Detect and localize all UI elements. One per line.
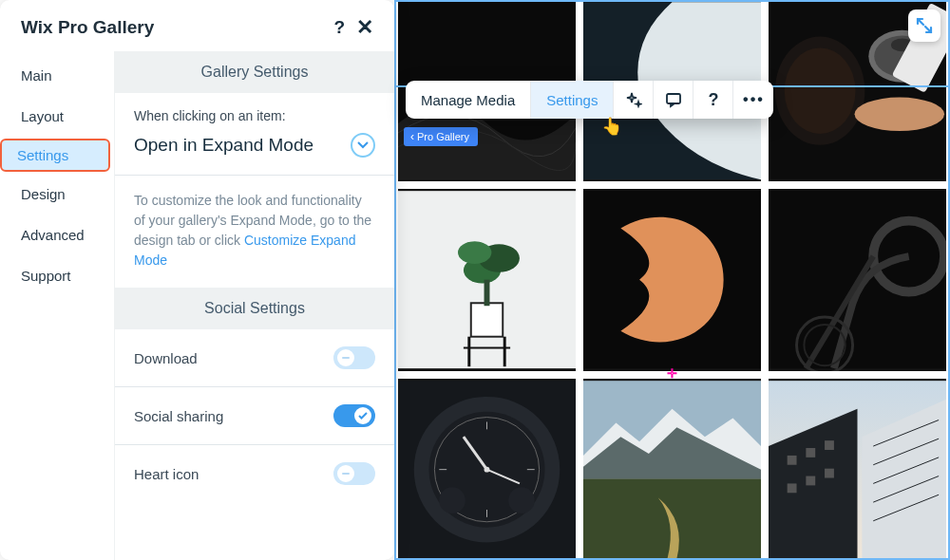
click-action-value: Open in Expand Mode [134,135,314,156]
social-sharing-toggle[interactable] [333,404,375,427]
manage-media-button[interactable]: Manage Media [406,81,531,119]
svg-rect-11 [471,304,503,337]
svg-rect-48 [806,448,815,457]
gallery-tile[interactable] [398,189,576,370]
gallery-settings-header: Gallery Settings [115,51,394,93]
heart-icon-toggle[interactable] [333,462,375,485]
sidebar-item-layout[interactable]: Layout [4,100,110,133]
sidebar-item-support[interactable]: Support [4,259,110,292]
panel-sidebar: Main Layout Settings Design Advanced Sup… [0,51,114,560]
breadcrumb-pro-gallery[interactable]: Pro Gallery [404,127,478,146]
gallery-canvas: ✛ Manage Media Settings ? ••• 👆 Pro Gal [394,0,950,560]
gallery-tile[interactable] [769,379,946,560]
svg-rect-47 [788,456,797,465]
panel-header: Wix Pro Gallery ? ✕ [0,0,394,51]
sidebar-item-settings[interactable]: Settings [2,140,108,170]
download-label: Download [134,350,198,366]
heart-icon-row: Heart icon [115,445,394,502]
svg-rect-51 [806,476,815,485]
close-icon[interactable]: ✕ [356,21,373,33]
sidebar-item-main[interactable]: Main [4,59,110,92]
download-row: Download [115,329,394,386]
svg-point-34 [484,466,490,472]
svg-point-17 [458,242,491,265]
panel-content: Gallery Settings When clicking on an ite… [114,51,394,560]
click-action-label: When clicking on an item: [134,108,375,123]
svg-point-36 [439,487,466,513]
svg-point-35 [508,487,535,513]
social-sharing-row: Social sharing [115,387,394,444]
svg-rect-50 [788,483,797,493]
settings-panel: Wix Pro Gallery ? ✕ Main Layout Settings… [0,0,394,560]
help-icon[interactable]: ? [333,17,345,38]
svg-rect-18 [484,280,490,307]
comment-icon[interactable] [654,81,694,119]
sidebar-item-design[interactable]: Design [4,177,110,211]
more-options-icon[interactable]: ••• [733,81,773,119]
panel-title: Wix Pro Gallery [21,17,154,38]
expand-fullscreen-button[interactable] [908,9,940,42]
gallery-tile[interactable] [583,189,761,370]
social-sharing-label: Social sharing [134,408,223,424]
anchor-handle-icon[interactable]: ✛ [667,366,677,381]
element-edit-bar: Manage Media Settings ? ••• [406,81,773,119]
chevron-down-icon [351,133,375,158]
gallery-tile[interactable] [398,379,576,560]
heart-icon-label: Heart icon [134,466,199,482]
panel-header-actions: ? ✕ [333,17,373,38]
sparkle-icon[interactable] [614,81,654,119]
click-action-dropdown[interactable]: Open in Expand Mode [134,133,375,158]
help-icon[interactable]: ? [694,81,733,119]
svg-rect-52 [825,468,834,477]
settings-button[interactable]: Settings [531,81,614,119]
download-toggle[interactable] [333,346,375,369]
svg-rect-49 [825,440,834,450]
svg-point-4 [785,47,856,134]
gallery-tile[interactable] [769,189,946,370]
svg-point-8 [855,98,944,131]
sidebar-item-advanced[interactable]: Advanced [4,218,110,252]
gallery-tile[interactable] [583,379,761,560]
social-settings-header: Social Settings [115,288,394,329]
svg-rect-55 [667,94,680,103]
